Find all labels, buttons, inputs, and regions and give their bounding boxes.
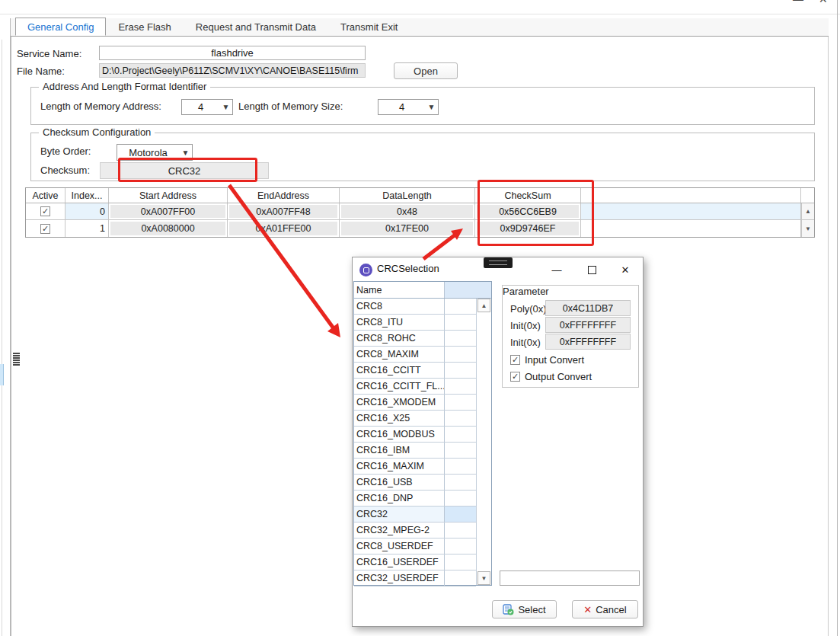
col-header-data-length[interactable]: DataLength (340, 188, 475, 203)
splitter-grip[interactable] (13, 353, 20, 366)
list-item[interactable]: CRC8_ROHC (354, 331, 476, 347)
init1-label: Init(0x) (510, 320, 545, 331)
list-item[interactable]: CRC8_ITU (354, 315, 476, 331)
col-header-scroll (801, 188, 814, 203)
chevron-down-icon[interactable]: ▼ (179, 149, 192, 157)
list-item[interactable]: CRC16_XMODEM (354, 395, 476, 411)
dialog-close-button[interactable]: ✕ (612, 260, 639, 279)
checkbox-checked-icon[interactable]: ✓ (40, 206, 50, 216)
right-panel-border (828, 18, 829, 636)
memory-size-combobox[interactable]: 4 ▼ (378, 99, 439, 115)
table-header-row: Active Index... Start Address EndAddress… (26, 188, 814, 203)
address-length-group: Address And Length Format Identifier Len… (30, 87, 815, 125)
scroll-down-icon: ▼ (481, 575, 487, 582)
list-item-selected[interactable]: CRC32 (354, 507, 476, 523)
init2-field[interactable]: 0xFFFFFFFF (545, 334, 631, 350)
cancel-button[interactable]: ✕ Cancel (572, 600, 638, 618)
list-scrollbar[interactable]: ▲ ▼ (476, 299, 491, 585)
crc-list-header: Name (354, 282, 491, 299)
chevron-down-icon[interactable]: ▼ (425, 103, 438, 111)
output-convert-label: Output Convert (525, 371, 592, 382)
list-scroll-up-button[interactable]: ▲ (477, 299, 490, 312)
left-outer-border (2, 40, 2, 636)
select-list-check-icon (503, 604, 514, 615)
list-item[interactable]: CRC16_IBM (354, 443, 476, 459)
byte-order-value: Motorola (117, 147, 179, 158)
window-controls-partial: — ✕ (788, 0, 840, 6)
blank-column-header (445, 282, 491, 298)
input-convert-checkbox[interactable]: ✓ Input Convert (510, 354, 584, 366)
app-window: — ✕ General Config Erase Flash Request a… (0, 0, 840, 636)
titlebar-divider (0, 14, 840, 14)
crc-list-rows: CRC8 CRC8_ITU CRC8_ROHC CRC8_MAXIM CRC16… (354, 299, 476, 585)
memory-size-value: 4 (378, 101, 425, 113)
end-address-cell[interactable]: 0xA007FF48 (228, 203, 340, 219)
dialog-title: CRCSelection (377, 263, 439, 274)
start-address-cell[interactable]: 0xA007FF00 (109, 203, 228, 219)
checkbox-checked-icon[interactable]: ✓ (510, 372, 520, 382)
list-item[interactable]: CRC8_USERDEF (354, 539, 476, 555)
dialog-titlebar[interactable]: CRCSelection — ✕ (353, 257, 643, 281)
data-length-cell[interactable]: 0x48 (340, 203, 475, 219)
select-button[interactable]: Select (492, 600, 557, 618)
memory-address-combobox[interactable]: 4 ▼ (181, 99, 233, 115)
list-item[interactable]: CRC8_MAXIM (354, 347, 476, 363)
list-item[interactable]: CRC16_CCITT (354, 363, 476, 379)
col-header-end-address[interactable]: EndAddress (228, 188, 340, 203)
index-cell[interactable]: 1 (65, 220, 109, 237)
list-scroll-down-button[interactable]: ▼ (477, 571, 490, 585)
minimize-icon: — (552, 264, 562, 276)
minimize-icon[interactable]: — (793, 0, 803, 5)
parameter-group: Parameter Poly(0x) 0x4C11DB7 Init(0x) 0x… (502, 285, 639, 388)
checkbox-checked-icon[interactable]: ✓ (510, 355, 520, 365)
dialog-maximize-button[interactable] (578, 260, 605, 279)
list-item[interactable]: CRC16_USERDEF (354, 555, 476, 570)
data-length-cell[interactable]: 0x17FE00 (340, 220, 475, 237)
list-item[interactable]: CRC16_USB (354, 475, 476, 491)
list-item[interactable]: CRC16_DNP (354, 491, 476, 507)
scroll-up-icon: ▲ (481, 302, 487, 309)
init1-field[interactable]: 0xFFFFFFFF (545, 317, 631, 333)
index-cell[interactable]: 0 (65, 203, 109, 219)
list-item[interactable]: CRC32_MPEG-2 (354, 523, 476, 539)
close-icon[interactable]: ✕ (819, 0, 828, 5)
name-column-header[interactable]: Name (354, 282, 445, 298)
table-row: ✓ 0 0xA007FF00 0xA007FF48 0x48 0x56CC6EB… (26, 203, 814, 220)
col-header-active[interactable]: Active (26, 188, 65, 203)
crc-app-icon (359, 264, 372, 276)
open-button[interactable]: Open (394, 62, 458, 79)
cancel-x-icon: ✕ (583, 604, 592, 615)
table-scroll-down[interactable]: ▼ (801, 220, 814, 237)
list-item[interactable]: CRC16_MODBUS (354, 427, 476, 443)
tab-request-transmit-data[interactable]: Request and Transmit Data (184, 18, 328, 36)
col-header-index[interactable]: Index... (65, 188, 109, 203)
checksum-label: Checksum: (40, 165, 90, 176)
tab-transmit-exit[interactable]: Transmit Exit (328, 18, 410, 36)
list-item[interactable]: CRC32_USERDEF (354, 570, 476, 586)
maximize-icon (588, 266, 596, 274)
tab-general-config[interactable]: General Config (15, 18, 106, 36)
service-name-input[interactable]: flashdrive (99, 46, 366, 60)
start-address-cell[interactable]: 0xA0080000 (109, 220, 228, 237)
active-cell[interactable]: ✓ (26, 203, 65, 219)
file-name-input[interactable]: D:\0.Project\Geely\P611Z\SCMV1\XY\CANOE\… (99, 63, 366, 78)
list-item[interactable]: CRC16_CCITT_FL... (354, 379, 476, 395)
docked-panel-tab[interactable] (0, 364, 4, 385)
table-scroll-up[interactable]: ▲ (801, 203, 814, 219)
chevron-down-icon[interactable]: ▼ (219, 103, 232, 111)
empty-value-box[interactable] (500, 570, 640, 586)
output-convert-checkbox[interactable]: ✓ Output Convert (510, 371, 592, 382)
end-address-cell[interactable]: 0xA01FFE00 (228, 220, 340, 237)
list-item[interactable]: CRC16_X25 (354, 411, 476, 427)
poly-field[interactable]: 0x4C11DB7 (545, 300, 631, 316)
list-item[interactable]: CRC8 (354, 299, 476, 315)
active-cell[interactable]: ✓ (26, 220, 65, 237)
init2-label: Init(0x) (510, 337, 545, 348)
parameter-group-title: Parameter (503, 286, 638, 297)
list-item[interactable]: CRC16_MAXIM (354, 459, 476, 475)
tab-erase-flash[interactable]: Erase Flash (106, 18, 183, 36)
col-header-start-address[interactable]: Start Address (109, 188, 228, 203)
checkbox-checked-icon[interactable]: ✓ (40, 224, 50, 234)
byte-order-label: Byte Order: (40, 145, 91, 157)
dialog-minimize-button[interactable]: — (543, 260, 570, 279)
